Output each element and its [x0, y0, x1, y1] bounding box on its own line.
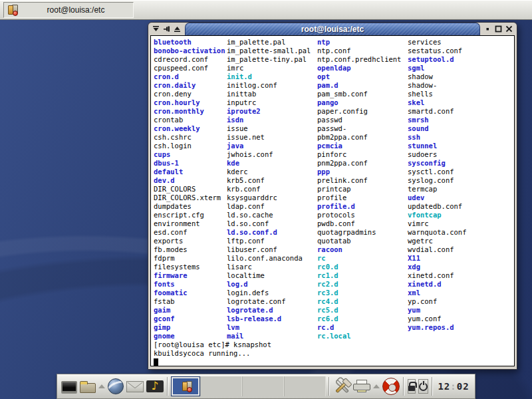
file-entry: lilo.conf.anaconda [227, 254, 311, 263]
panel-grab-handle-left[interactable] [58, 376, 59, 397]
file-list-column-1: bluetoothbonobo-activationcdrecord.confc… [154, 38, 225, 340]
file-entry: lvm [227, 323, 311, 332]
file-entry: cron.deny [154, 90, 225, 98]
file-entry: fdprm [154, 254, 225, 263]
show-desktop-icon[interactable] [61, 376, 77, 396]
file-entry: krb.conf [227, 185, 311, 194]
file-entry: shadow [408, 72, 467, 81]
home-folder-icon[interactable] [80, 376, 96, 396]
file-entry: issue.net [227, 133, 311, 142]
file-entry: java [227, 142, 311, 150]
maximize-icon[interactable] [494, 25, 503, 33]
file-entry: pwdb.conf [317, 219, 401, 228]
file-entry: init.d [227, 72, 311, 81]
panel-clock[interactable]: 12:02 [438, 381, 469, 392]
lock-icon[interactable] [408, 379, 416, 394]
file-entry: X11 [408, 254, 467, 263]
taskbar-empty-slot [284, 376, 326, 396]
panel-separator [329, 377, 330, 396]
file-entry: im_palette.pal [227, 38, 311, 47]
file-entry: gaim [154, 306, 225, 315]
file-entry: inputrc [227, 98, 311, 107]
file-entry: paper.config [317, 107, 401, 116]
file-entry: quotatab [317, 237, 401, 245]
file-entry: setuptool.d [408, 55, 467, 64]
file-entry: gnome [154, 332, 225, 340]
terminal-cursor [154, 358, 158, 366]
file-entry: ntp [317, 38, 401, 47]
file-entry: xinetd.d [408, 280, 467, 289]
file-entry: ldap.conf [227, 202, 311, 211]
file-entry: logrotate.conf [227, 297, 311, 306]
help-lifesaver-icon[interactable] [382, 376, 400, 396]
file-entry: inittab [227, 90, 311, 98]
close-icon[interactable] [505, 25, 513, 33]
tools-icon[interactable] [333, 376, 350, 396]
mail-icon[interactable] [126, 376, 144, 396]
file-entry: pnm2ppa.conf [317, 159, 401, 168]
file-entry: ppp [317, 168, 401, 176]
file-entry: cron.d [154, 72, 225, 81]
file-entry: imrc [227, 64, 311, 72]
file-entry: jwhois.conf [227, 150, 311, 159]
pin-icon[interactable] [162, 25, 171, 33]
file-entry: pinforc [317, 150, 401, 159]
file-entry: rc6.d [317, 315, 401, 323]
file-entry: pbm2ppa.conf [317, 133, 401, 142]
file-entry: filesystems [154, 263, 225, 271]
file-entry: fonts [154, 280, 225, 289]
app-box-icon [181, 380, 193, 392]
file-entry: issue [227, 124, 311, 133]
expand-arrow-icon[interactable] [98, 384, 105, 388]
shell-status-line: kbuildsycoca running... [154, 349, 250, 358]
file-list-column-3: ntpntp.confntp.conf.predhclientopenldapo… [317, 38, 401, 340]
multimedia-icon[interactable]: ♪ [146, 376, 164, 396]
window-menu-icon[interactable] [152, 25, 160, 33]
taskbar-empty-slot [242, 376, 284, 396]
file-entry: racoon [317, 245, 401, 254]
panel-grab-handle-right[interactable] [473, 376, 474, 397]
titlebar-title-area[interactable]: root@louisa:/etc [185, 23, 480, 35]
power-icon[interactable] [418, 379, 428, 394]
file-entry: libuser.conf [227, 245, 311, 254]
file-entry: shadow- [408, 81, 467, 90]
file-entry: DIR_COLORS.xterm [154, 194, 225, 202]
file-entry: passwd [317, 116, 401, 124]
file-entry: fstab [154, 297, 225, 306]
file-entry: dev.d [154, 176, 225, 185]
file-entry: cron.monthly [154, 107, 225, 116]
file-entry: prelink.conf [317, 176, 401, 185]
file-entry: yum.repos.d [408, 323, 467, 332]
shade-icon[interactable] [173, 25, 182, 33]
file-entry: im_palette-tiny.pal [227, 55, 311, 64]
file-entry: skel [408, 98, 467, 107]
terminal-content[interactable]: bluetoothbonobo-activationcdrecord.confc… [150, 35, 515, 366]
web-browser-icon[interactable] [108, 376, 124, 396]
file-entry: opt [317, 72, 401, 81]
file-entry: yum [408, 306, 467, 315]
file-entry: smartd.conf [408, 107, 467, 116]
taskbar-active-button[interactable] [171, 376, 200, 396]
window-titlebar[interactable]: root@louisa:/etc [148, 23, 517, 35]
printer-icon[interactable] [353, 376, 370, 396]
file-entry: bluetooth [154, 38, 225, 47]
file-entry: pam_smb.conf [317, 90, 401, 98]
file-entry: cups [154, 150, 225, 159]
app-box-icon [7, 4, 19, 16]
file-entry: profile.d [317, 202, 401, 211]
clock-minutes: 02 [457, 381, 469, 392]
file-entry: rc [317, 254, 401, 263]
file-entry: im_palette-small.pal [227, 47, 311, 55]
file-entry: isdn [227, 116, 311, 124]
file-entry: sysctl.conf [408, 168, 467, 176]
file-entry: crontab [154, 116, 225, 124]
minimize-icon[interactable] [483, 25, 492, 33]
file-entry: vfontcap [408, 211, 467, 219]
expand-arrow-icon[interactable] [373, 384, 380, 388]
file-entry: esd.conf [154, 228, 225, 237]
taskbar-button-terminal[interactable]: root@louisa:/etc [3, 2, 134, 18]
file-entry: rc3.d [317, 289, 401, 297]
file-entry: csh.cshrc [154, 133, 225, 142]
file-entry: rc4.d [317, 297, 401, 306]
file-entry: log.d [227, 280, 311, 289]
